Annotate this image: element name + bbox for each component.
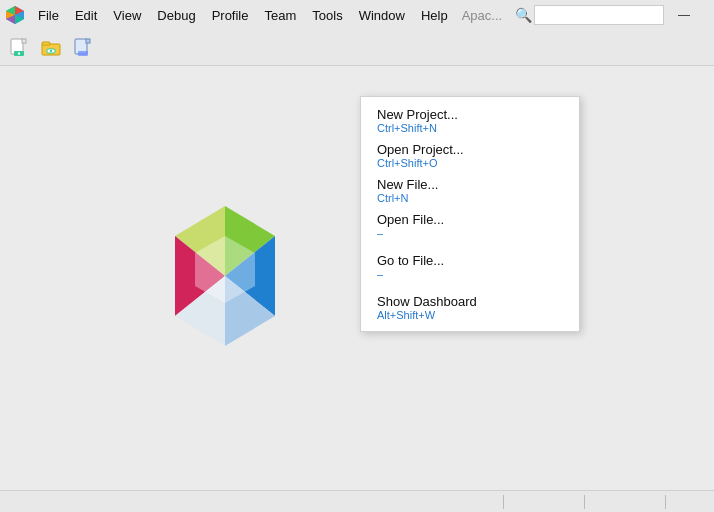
dropdown-new-project[interactable]: New Project... Ctrl+Shift+N: [361, 103, 579, 138]
search-icon[interactable]: 🔍: [512, 4, 534, 26]
dropdown-open-project-shortcut: Ctrl+Shift+O: [377, 157, 563, 173]
dropdown-new-file[interactable]: New File... Ctrl+N: [361, 173, 579, 208]
svg-rect-14: [42, 42, 50, 45]
dropdown-new-project-shortcut: Ctrl+Shift+N: [377, 122, 563, 138]
menu-window[interactable]: Window: [351, 0, 413, 30]
menu-file[interactable]: File: [30, 0, 67, 30]
app-logo-main: [145, 196, 305, 356]
menu-team[interactable]: Team: [256, 0, 304, 30]
status-bar: [0, 490, 714, 512]
menu-debug[interactable]: Debug: [149, 0, 203, 30]
status-divider-3: [665, 495, 666, 509]
dropdown-show-dashboard-shortcut: Alt+Shift+W: [377, 309, 563, 325]
dropdown-menu: New Project... Ctrl+Shift+N Open Project…: [360, 96, 580, 332]
svg-rect-21: [78, 51, 88, 56]
dropdown-open-project-label: Open Project...: [377, 142, 563, 157]
menu-help[interactable]: Help: [413, 0, 456, 30]
dropdown-open-file-shortcut: –: [377, 227, 563, 243]
status-divider-1: [503, 495, 504, 509]
window-controls: — □ ✕: [664, 0, 714, 30]
app-title: Apac...: [456, 8, 508, 23]
svg-rect-9: [22, 39, 26, 43]
minimize-button[interactable]: —: [664, 0, 704, 30]
dropdown-goto-file[interactable]: Go to File... –: [361, 249, 579, 284]
dropdown-goto-file-shortcut: –: [377, 268, 563, 284]
toolbar-new-project[interactable]: [4, 34, 34, 62]
menu-edit[interactable]: Edit: [67, 0, 105, 30]
title-bar: File Edit View Debug Profile Team Tools …: [0, 0, 714, 30]
dropdown-goto-file-label: Go to File...: [377, 253, 563, 268]
toolbar-open-file[interactable]: [68, 34, 98, 62]
dropdown-show-dashboard-label: Show Dashboard: [377, 294, 563, 309]
search-input[interactable]: [534, 5, 664, 25]
dropdown-open-project[interactable]: Open Project... Ctrl+Shift+O: [361, 138, 579, 173]
main-area: New Project... Ctrl+Shift+N Open Project…: [0, 66, 714, 490]
menu-view[interactable]: View: [105, 0, 149, 30]
dropdown-open-file[interactable]: Open File... –: [361, 208, 579, 243]
svg-rect-20: [86, 39, 90, 43]
dropdown-new-file-shortcut: Ctrl+N: [377, 192, 563, 208]
toolbar: [0, 30, 714, 66]
status-divider-2: [584, 495, 585, 509]
dropdown-open-file-label: Open File...: [377, 212, 563, 227]
dropdown-new-project-label: New Project...: [377, 107, 563, 122]
toolbar-open-project[interactable]: [36, 34, 66, 62]
menu-bar: File Edit View Debug Profile Team Tools …: [30, 0, 456, 30]
search-bar: 🔍: [512, 4, 664, 26]
dropdown-new-file-label: New File...: [377, 177, 563, 192]
status-dividers: [463, 495, 706, 509]
menu-profile[interactable]: Profile: [204, 0, 257, 30]
menu-tools[interactable]: Tools: [304, 0, 350, 30]
maximize-button[interactable]: □: [704, 0, 714, 30]
app-logo-small: [4, 4, 26, 26]
dropdown-show-dashboard[interactable]: Show Dashboard Alt+Shift+W: [361, 290, 579, 325]
